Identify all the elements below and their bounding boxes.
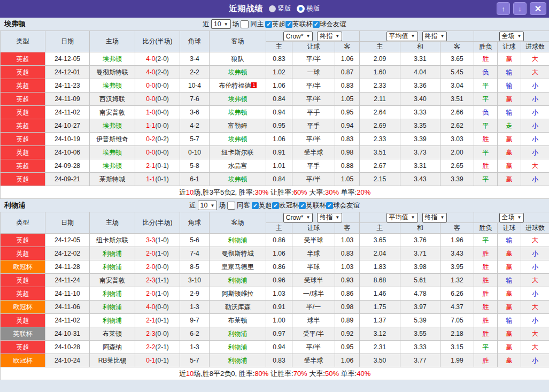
handicap-odds-type-select[interactable]: 终指▼ xyxy=(317,32,342,41)
radio-selected-icon[interactable] xyxy=(297,5,305,13)
home-team-cell[interactable]: 埃弗顿 xyxy=(90,52,135,66)
away-team-cell[interactable]: 布伦特福德1 xyxy=(210,79,266,93)
home-team-cell[interactable]: 布莱顿 xyxy=(90,327,135,341)
league-filter-checkbox[interactable] xyxy=(252,202,259,209)
home-team-cell[interactable]: RB莱比锡 xyxy=(90,354,135,367)
summary-segment: 70% xyxy=(293,370,307,378)
away-team-cell[interactable]: 埃弗顿 xyxy=(210,133,266,146)
home-team-cell[interactable]: 利物浦 xyxy=(90,301,135,314)
home-team-cell[interactable]: 利物浦 xyxy=(90,287,135,301)
corner-cell: 4-2 xyxy=(180,119,210,133)
handicap-line: 平手 xyxy=(292,106,335,119)
away-team-cell[interactable]: 埃弗顿 xyxy=(210,93,266,106)
home-team-cell[interactable]: 利物浦 xyxy=(90,260,135,274)
view-mode-radio-horizontal[interactable]: 横版 xyxy=(297,4,320,13)
away-team-cell[interactable]: 利物浦 xyxy=(210,327,266,341)
away-team-cell[interactable]: 纽卡斯尔联 xyxy=(210,146,266,159)
average-select[interactable]: 平均值▼ xyxy=(386,213,418,222)
radio-unselected-icon[interactable] xyxy=(269,5,276,12)
subcol-euro-away: 客 xyxy=(440,42,474,52)
league-filter-checkbox[interactable] xyxy=(285,21,292,28)
home-team-cell[interactable]: 南安普敦 xyxy=(90,274,135,287)
home-team-cell[interactable]: 纽卡斯尔联 xyxy=(90,234,135,247)
view-mode-radio-vertical[interactable]: 竖版 xyxy=(269,4,291,13)
league-filter-checkbox[interactable] xyxy=(265,21,272,28)
home-team-cell[interactable]: 利物浦 xyxy=(90,247,135,260)
handicap-home-odds: 0.96 xyxy=(266,274,292,287)
summary-row: 近10场,胜3平5负2, 胜率:30% 让胜率:60% 大率:30% 单率:20… xyxy=(1,186,549,199)
handicap-home-odds: 0.94 xyxy=(266,341,292,354)
handicap-home-odds: 0.95 xyxy=(266,119,292,133)
close-button[interactable]: ✕ xyxy=(530,2,546,15)
date-cell: 24-11-24 xyxy=(45,274,90,287)
home-team-cell[interactable]: 南安普敦 xyxy=(90,106,135,119)
away-team-cell[interactable]: 水晶宫 xyxy=(210,159,266,173)
home-team-cell[interactable]: 埃弗顿 xyxy=(90,79,135,93)
home-team-cell[interactable]: 莱斯特城 xyxy=(90,173,135,186)
result-wdl: 胜 xyxy=(474,247,498,260)
home-team-cell[interactable]: 伊普斯维奇 xyxy=(90,133,135,146)
home-team-cell[interactable]: 利物浦 xyxy=(90,314,135,327)
handicap-odds-type-select[interactable]: 终指▼ xyxy=(317,213,342,222)
league-cell: 英超 xyxy=(1,274,45,287)
result-goals: 大 xyxy=(521,341,549,354)
away-team-cell[interactable]: 阿斯顿维拉 xyxy=(210,287,266,301)
col-header-score: 比分(半场) xyxy=(135,212,180,234)
bookmaker-select[interactable]: Crow*▼ xyxy=(283,213,313,222)
away-team-cell[interactable]: 富勒姆 xyxy=(210,119,266,133)
euro-away-odds: 6.26 xyxy=(440,287,474,301)
league-filter-checkbox[interactable] xyxy=(299,202,306,209)
recent-count-select[interactable]: 10▼ xyxy=(211,19,231,29)
result-wdl: 平 xyxy=(474,79,498,93)
subcol-result-wdl: 胜负 xyxy=(474,223,498,234)
euro-odds-type-select[interactable]: 终指▼ xyxy=(422,213,447,222)
same-venue-checkbox[interactable] xyxy=(241,20,249,28)
away-team-cell[interactable]: 曼彻斯特城 xyxy=(210,247,266,260)
average-select[interactable]: 平均值▼ xyxy=(386,32,418,41)
away-team-cell[interactable]: 利物浦 xyxy=(210,341,266,354)
home-team-cell[interactable]: 埃弗顿 xyxy=(90,159,135,173)
handicap-home-odds: 0.97 xyxy=(266,327,292,341)
home-team-cell[interactable]: 西汉姆联 xyxy=(90,93,135,106)
handicap-away-odds: 1.06 xyxy=(335,52,360,66)
away-team-cell[interactable]: 狼队 xyxy=(210,52,266,66)
fulltime-select[interactable]: 全场▼ xyxy=(499,213,524,222)
handicap-home-odds: 1.01 xyxy=(266,159,292,173)
result-wdl: 平 xyxy=(474,119,498,133)
away-team-cell[interactable]: 埃弗顿 xyxy=(210,66,266,79)
halftime-score: (0-1) xyxy=(156,175,169,183)
titlebar: 近期战绩 竖版 横版 ↑ ↓ ✕ xyxy=(0,0,549,18)
away-team-cell[interactable]: 勒沃库森 xyxy=(210,301,266,314)
away-team-cell[interactable]: 埃弗顿 xyxy=(210,106,266,119)
euro-odds-type-select[interactable]: 终指▼ xyxy=(422,32,447,41)
fulltime-score: 2-1 xyxy=(146,162,155,170)
away-team-cell[interactable]: 布莱顿 xyxy=(210,314,266,327)
date-cell: 24-11-28 xyxy=(45,260,90,274)
home-team-cell[interactable]: 曼彻斯特联 xyxy=(90,66,135,79)
same-venue-checkbox[interactable] xyxy=(227,202,235,210)
handicap-away-odds: 1.03 xyxy=(335,234,360,247)
away-team-cell[interactable]: 利物浦 xyxy=(210,234,266,247)
home-team-cell[interactable]: 埃弗顿 xyxy=(90,119,135,133)
euro-home-odds: 3.50 xyxy=(360,354,400,367)
handicap-away-odds: 0.94 xyxy=(335,119,360,133)
league-filter-checkbox[interactable] xyxy=(313,21,320,28)
move-down-button[interactable]: ↓ xyxy=(513,2,527,15)
away-team-cell[interactable]: 利物浦 xyxy=(210,274,266,287)
league-filter-checkbox[interactable] xyxy=(326,202,333,209)
bookmaker-select[interactable]: Crow*▼ xyxy=(283,32,313,41)
recent-count-select[interactable]: 10▼ xyxy=(198,201,218,210)
league-filter-checkbox[interactable] xyxy=(272,202,279,209)
away-team-cell[interactable]: 皇家马德里 xyxy=(210,260,266,274)
move-up-button[interactable]: ↑ xyxy=(497,2,510,15)
away-team-cell[interactable]: 埃弗顿 xyxy=(210,173,266,186)
fulltime-select[interactable]: 全场▼ xyxy=(499,32,524,41)
home-team-cell[interactable]: 埃弗顿 xyxy=(90,146,135,159)
handicap-line: 平/半 xyxy=(292,52,335,66)
handicap-line: 受平/半 xyxy=(292,327,335,341)
home-team-cell[interactable]: 阿森纳 xyxy=(90,341,135,354)
away-team-cell[interactable]: 利物浦 xyxy=(210,354,266,367)
team-section-title: 埃弗顿 xyxy=(4,19,25,29)
euro-away-odds: 7.05 xyxy=(440,314,474,327)
handicap-away-odds: 0.95 xyxy=(335,106,360,119)
